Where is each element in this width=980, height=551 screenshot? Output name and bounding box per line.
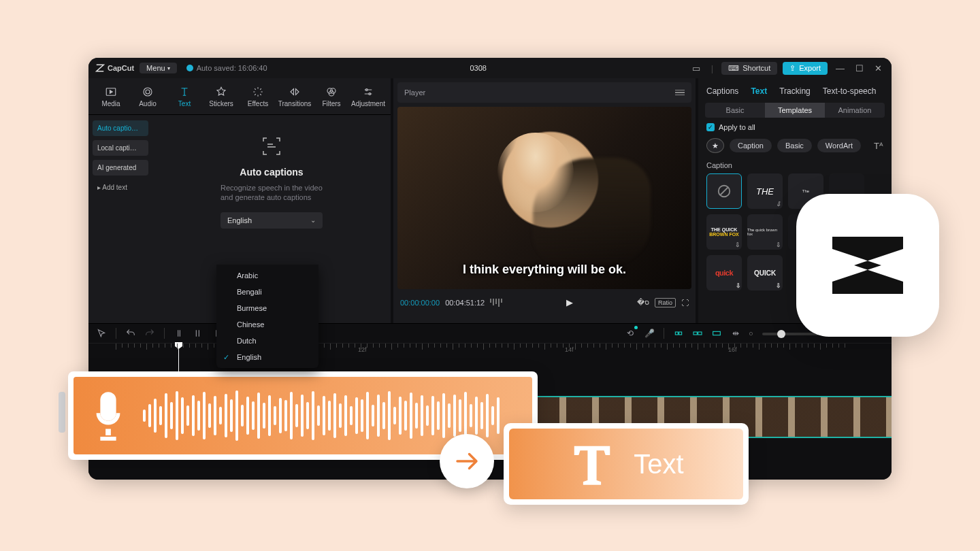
topbar: CapCut Menu ▾ Auto saved: 16:06:40 0308 … xyxy=(88,58,892,78)
snap-icon[interactable] xyxy=(672,327,685,339)
overlay-handle-left xyxy=(59,392,65,433)
mode-text[interactable]: Text xyxy=(168,86,201,107)
language-option-chinese[interactable]: Chinese xyxy=(216,316,318,333)
shortcut-button[interactable]: ⌨ Shortcut xyxy=(721,62,777,75)
text-output-card: Text xyxy=(504,423,749,505)
tab-tracking[interactable]: Tracking xyxy=(779,86,811,96)
split-left-icon[interactable] xyxy=(192,327,204,339)
audio-meter-icon xyxy=(490,299,502,307)
svg-rect-13 xyxy=(713,331,721,335)
apply-all-row[interactable]: ✓ Apply to all xyxy=(698,123,892,138)
mode-effects[interactable]: Effects xyxy=(242,86,274,107)
language-selected: English xyxy=(227,216,252,224)
sidebar-item-add-text[interactable]: ▸ Add text xyxy=(93,180,148,195)
sidebar-item-local-captions[interactable]: Local capti… xyxy=(93,140,148,156)
mode-bar: Media Audio Text Stickers Effects Transi… xyxy=(88,78,391,115)
mic-icon[interactable]: 🎤 xyxy=(643,327,655,339)
mode-transitions[interactable]: Transitions xyxy=(278,86,311,107)
right-subtabs: Basic Templates Animation xyxy=(705,103,885,118)
player-menu-icon[interactable] xyxy=(675,90,685,96)
ratio-button[interactable]: Ratio xyxy=(655,298,676,307)
arrow-badge xyxy=(440,434,494,488)
mode-stickers[interactable]: Stickers xyxy=(205,86,238,107)
menu-button[interactable]: Menu ▾ xyxy=(140,63,177,73)
video-preview[interactable]: I think everything will be ok. xyxy=(397,107,691,289)
template-quick2[interactable]: QUICK⇩ xyxy=(747,255,783,290)
arrows-icon[interactable]: ⇹ xyxy=(730,327,742,339)
zoom-slider-knob[interactable] xyxy=(777,330,785,338)
close-icon[interactable]: ✕ xyxy=(872,63,885,73)
language-dropdown[interactable]: English ⌄ xyxy=(220,212,323,229)
svg-point-2 xyxy=(144,88,152,96)
subtab-templates[interactable]: Templates xyxy=(765,103,825,118)
filters-icon xyxy=(325,86,338,98)
tab-captions[interactable]: Captions xyxy=(706,86,738,96)
language-dropdown-list: Arabic Bengali Burmese Chinese Dutch ✓En… xyxy=(216,265,318,368)
stickers-icon xyxy=(215,86,227,98)
mode-filters[interactable]: Filters xyxy=(315,86,348,107)
text-side-list: Auto captio… Local capti… AI generated ▸… xyxy=(88,115,152,323)
svg-rect-12 xyxy=(698,332,702,335)
template-none[interactable] xyxy=(706,173,742,209)
audio-icon xyxy=(142,86,154,98)
maximize-icon[interactable]: ☐ xyxy=(853,63,866,73)
autosave-dot-icon xyxy=(186,65,193,71)
redo-icon[interactable] xyxy=(144,327,156,339)
record-icon[interactable]: ⟲ xyxy=(624,327,636,339)
timeline-toolbar: ⟲ 🎤 ⇹ ○ ⊕ xyxy=(88,324,892,343)
undo-icon[interactable] xyxy=(125,327,137,339)
sidebar-item-ai-generated[interactable]: AI generated xyxy=(93,160,148,176)
fullscreen-icon[interactable]: ⛶ xyxy=(681,299,689,307)
transitions-icon xyxy=(289,86,301,98)
split-icon[interactable] xyxy=(173,327,185,339)
microphone-icon xyxy=(87,389,129,442)
language-option-bengali[interactable]: Bengali xyxy=(216,284,318,300)
template-fox2[interactable]: The quick brown fox⇩ xyxy=(747,214,783,250)
player-controls: 00:00:00:00 00:04:51:12 ▶ �ס Ratio ⛶ xyxy=(393,293,696,314)
chip-wordart[interactable]: WordArt xyxy=(817,139,861,152)
export-button[interactable]: ⇪ Export xyxy=(783,62,828,75)
chip-favorites[interactable]: ★ xyxy=(706,138,724,153)
download-icon: ⇩ xyxy=(735,241,740,248)
download-icon: ⇩ xyxy=(776,241,781,248)
app-name: CapCut xyxy=(108,64,134,72)
subtab-basic[interactable]: Basic xyxy=(705,103,765,118)
star-icon: ★ xyxy=(712,141,719,150)
checkbox-icon[interactable]: ✓ xyxy=(706,123,715,131)
tab-text-to-speech[interactable]: Text-to-speech xyxy=(823,86,877,96)
template-the[interactable]: THE⇩ xyxy=(747,173,783,209)
focus-icon[interactable]: �ס xyxy=(637,298,649,307)
capcut-logo-icon xyxy=(820,218,915,313)
capcut-app-badge xyxy=(796,194,939,337)
chip-caption[interactable]: Caption xyxy=(730,139,772,152)
aspect-ratio-icon[interactable]: ▭ xyxy=(689,63,703,73)
language-option-english[interactable]: ✓English xyxy=(216,349,318,365)
mode-media[interactable]: Media xyxy=(95,86,127,107)
template-fox[interactable]: THE QUICKBROWN FOX⇩ xyxy=(706,214,742,250)
mode-audio[interactable]: Audio xyxy=(131,86,164,107)
subtab-animation[interactable]: Animation xyxy=(825,103,885,118)
minimize-icon[interactable]: — xyxy=(833,63,847,73)
zoom-out-icon[interactable]: ○ xyxy=(749,329,753,337)
sidebar-item-auto-captions[interactable]: Auto captio… xyxy=(93,120,148,136)
chip-basic[interactable]: Basic xyxy=(777,139,812,152)
media-icon xyxy=(105,86,117,98)
timeline-ruler[interactable]: 12f 14f 16f xyxy=(88,343,892,356)
capcut-logo-icon xyxy=(95,63,105,73)
language-option-dutch[interactable]: Dutch xyxy=(216,333,318,349)
tab-text[interactable]: Text xyxy=(751,86,767,96)
ruler-label: 16f xyxy=(728,346,737,353)
mode-adjustment[interactable]: Adjustment xyxy=(352,86,385,107)
preview-icon[interactable] xyxy=(710,327,723,339)
link-icon[interactable] xyxy=(691,327,704,339)
svg-rect-11 xyxy=(693,332,697,335)
scan-icon xyxy=(261,135,282,157)
play-button[interactable]: ▶ xyxy=(566,297,573,307)
language-option-burmese[interactable]: Burmese xyxy=(216,300,318,316)
template-quick1[interactable]: quick⇩ xyxy=(706,255,742,290)
player-header: Player xyxy=(397,82,691,103)
language-option-arabic[interactable]: Arabic xyxy=(216,267,318,284)
auto-captions-title: Auto captions xyxy=(240,167,303,178)
select-tool-icon[interactable] xyxy=(95,327,108,339)
filter-icon[interactable]: Tᴬ xyxy=(874,141,883,151)
